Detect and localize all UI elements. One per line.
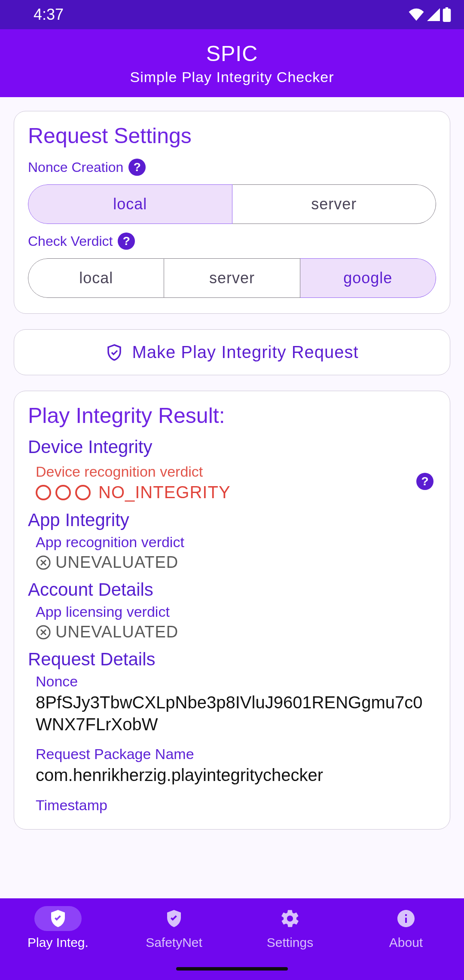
nonce-value: 8PfSJy3TbwCXLpNbe3p8IVluJ9601RENGgmu7c0W… [28, 692, 436, 735]
app-verdict-value: UNEVALUATED [28, 553, 436, 572]
nav-safetynet[interactable]: SafetyNet [116, 906, 232, 950]
nonce-creation-label: Nonce Creation [28, 159, 123, 175]
device-verdict-block: Device recognition verdict NO_INTEGRITY … [28, 461, 436, 502]
app-integrity-heading: App Integrity [28, 510, 436, 530]
app-bar: SPIC Simple Play Integrity Checker [0, 29, 464, 97]
bottom-nav: Play Integ. SafetyNet Settings About [0, 898, 464, 980]
nav-label: About [389, 935, 423, 950]
content-area: Request Settings Nonce Creation ? local … [0, 97, 464, 898]
device-integrity-heading: Device Integrity [28, 437, 436, 457]
help-icon[interactable]: ? [128, 159, 146, 176]
battery-icon [443, 7, 451, 22]
package-name-label: Request Package Name [28, 746, 436, 763]
device-recognition-label: Device recognition verdict [28, 463, 231, 480]
help-icon[interactable]: ? [416, 473, 433, 490]
shield-check-icon [34, 906, 82, 931]
timestamp-label: Timestamp [28, 797, 436, 814]
nav-label: SafetyNet [146, 935, 202, 950]
device-verdict-value: NO_INTEGRITY [28, 483, 231, 502]
cancel-circle-icon [36, 625, 51, 640]
shield-check-icon [105, 343, 123, 361]
verdict-option-server[interactable]: server [164, 258, 300, 298]
nonce-option-server[interactable]: server [232, 184, 437, 224]
nonce-label: Nonce [28, 673, 436, 690]
check-verdict-row: Check Verdict ? [28, 233, 436, 250]
info-icon [382, 906, 430, 931]
request-details-heading: Request Details [28, 649, 436, 670]
nav-label: Play Integ. [27, 935, 89, 950]
gear-icon [266, 906, 314, 931]
status-icons [408, 7, 451, 22]
check-verdict-label: Check Verdict [28, 233, 113, 249]
nav-label: Settings [267, 935, 313, 950]
nav-play-integrity[interactable]: Play Integ. [0, 906, 116, 950]
status-time: 4:37 [13, 6, 64, 24]
app-title: SPIC [206, 41, 258, 66]
nonce-option-local[interactable]: local [28, 184, 232, 224]
circle-icon [75, 485, 91, 500]
result-card: Play Integrity Result: Device Integrity … [14, 391, 450, 830]
request-settings-card: Request Settings Nonce Creation ? local … [14, 111, 450, 314]
verdict-option-google[interactable]: google [300, 258, 436, 298]
nav-settings[interactable]: Settings [232, 906, 348, 950]
nonce-segmented-group: local server [28, 184, 436, 224]
shield-check-icon [150, 906, 198, 931]
signal-icon [427, 8, 440, 21]
account-verdict-text: UNEVALUATED [55, 623, 178, 641]
app-recognition-label: App recognition verdict [28, 534, 436, 551]
make-request-button[interactable]: Make Play Integrity Request [14, 329, 450, 375]
package-name-value: com.henrikherzig.playintegritychecker [28, 764, 436, 786]
nav-about[interactable]: About [348, 906, 464, 950]
app-subtitle: Simple Play Integrity Checker [130, 69, 334, 86]
account-verdict-value: UNEVALUATED [28, 623, 436, 641]
help-icon[interactable]: ? [118, 233, 135, 250]
device-verdict-text: NO_INTEGRITY [98, 483, 231, 502]
app-licensing-label: App licensing verdict [28, 603, 436, 620]
result-title: Play Integrity Result: [28, 403, 436, 428]
circle-icon [55, 485, 71, 500]
request-settings-title: Request Settings [28, 123, 436, 148]
account-details-heading: Account Details [28, 579, 436, 600]
circle-icon [36, 485, 51, 500]
status-bar: 4:37 [0, 0, 464, 29]
app-verdict-text: UNEVALUATED [55, 553, 178, 572]
nonce-creation-row: Nonce Creation ? [28, 159, 436, 176]
cancel-circle-icon [36, 555, 51, 570]
verdict-segmented-group: local server google [28, 258, 436, 298]
verdict-option-local[interactable]: local [28, 258, 164, 298]
make-request-label: Make Play Integrity Request [132, 343, 358, 362]
home-indicator[interactable] [176, 967, 288, 971]
wifi-icon [408, 8, 424, 21]
